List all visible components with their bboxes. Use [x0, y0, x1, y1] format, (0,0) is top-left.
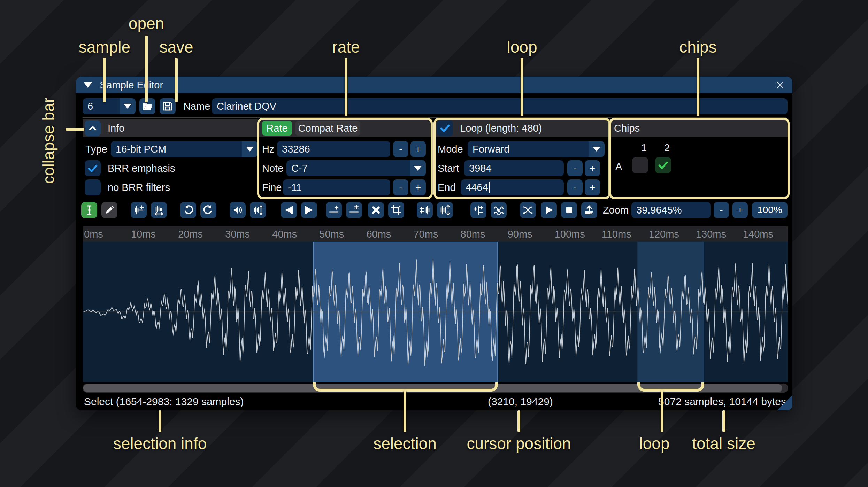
resize-grip[interactable]	[777, 395, 792, 410]
chevron-up-icon	[87, 123, 98, 134]
loop-start-plus-button[interactable]: +	[585, 160, 600, 176]
sample-slot-arrow[interactable]	[120, 98, 136, 114]
sign-offset-icon	[473, 204, 484, 216]
play-icon	[543, 204, 554, 216]
invert-icon	[439, 204, 451, 216]
redo-icon	[203, 204, 214, 216]
sign-offset-button[interactable]	[470, 202, 486, 218]
wave-stretch-button[interactable]	[151, 202, 167, 218]
delete-x-button[interactable]	[368, 202, 384, 218]
trim-crop-button[interactable]	[388, 202, 404, 218]
hz-minus-button[interactable]: -	[393, 141, 408, 157]
hz-value: 33286	[282, 144, 310, 155]
folder-open-icon	[142, 101, 153, 112]
note-select[interactable]: C-7	[286, 160, 426, 176]
zoom-plus-button[interactable]: +	[732, 202, 748, 218]
chip-1-checkbox[interactable]	[632, 157, 648, 173]
name-value: Clarinet DQV	[217, 101, 276, 112]
status-bar: Select (1654-2983: 1329 samples) (3210, …	[76, 394, 792, 410]
undo-button[interactable]	[180, 202, 196, 218]
fade-out-button[interactable]	[301, 202, 317, 218]
filter-wave-button[interactable]	[491, 202, 507, 218]
fade-in-button[interactable]	[281, 202, 297, 218]
status-total-size: 5072 samples, 10144 bytes	[658, 396, 786, 408]
zoom-input[interactable]: 39.9645%	[631, 202, 711, 218]
fade-out-icon	[304, 204, 315, 216]
ruler-label: 120ms	[649, 229, 679, 240]
zoom-minus-button[interactable]: -	[714, 202, 729, 218]
ibeam-select-button[interactable]	[81, 202, 97, 218]
chips-col-2: 2	[664, 140, 670, 156]
fine-value: -11	[288, 182, 302, 193]
silence-plus-button[interactable]	[326, 202, 342, 218]
wave-fit-button[interactable]	[250, 202, 266, 218]
rate-tab[interactable]: Rate	[262, 121, 292, 136]
zoom-label: Zoom	[603, 202, 629, 218]
fine-minus-button[interactable]: -	[393, 179, 408, 195]
wave-plus-button[interactable]	[131, 202, 147, 218]
annotation-line-collapse-bar	[66, 128, 84, 131]
window-collapse-icon[interactable]	[84, 82, 92, 88]
waveform-area	[83, 242, 788, 382]
redo-button[interactable]	[200, 202, 216, 218]
loop-checkbox[interactable]	[437, 120, 453, 136]
waveform-canvas[interactable]	[83, 242, 788, 382]
chips-panel: Chips 1 2 A	[610, 119, 789, 198]
loop-end-minus-button[interactable]: -	[567, 179, 583, 195]
text-caret	[489, 182, 490, 193]
annotation-total-size: total size	[692, 434, 755, 453]
name-input[interactable]: Clarinet DQV	[212, 98, 788, 114]
loop-start-value: 3984	[469, 163, 492, 174]
loop-header: Loop (length: 480)	[435, 119, 610, 137]
hz-plus-button[interactable]: +	[410, 141, 426, 157]
brr-emphasis-checkbox[interactable]	[85, 160, 101, 176]
annotation-line-total-size	[722, 410, 725, 432]
loop-mode-select[interactable]: Forward	[468, 141, 605, 157]
stop-button[interactable]	[561, 202, 577, 218]
annotation-line-loop	[521, 58, 523, 116]
window-titlebar[interactable]: Sample Editor	[76, 77, 792, 93]
loop-start-minus-button[interactable]: -	[567, 160, 583, 176]
zoom-reset-button[interactable]: 100%	[752, 202, 788, 218]
fine-plus-button[interactable]: +	[410, 179, 426, 195]
chip-2-checkbox[interactable]	[655, 157, 671, 173]
export-button[interactable]	[581, 202, 597, 218]
loop-start-input[interactable]: 3984	[464, 160, 564, 176]
loop-end-input[interactable]: 4464	[461, 179, 564, 195]
loop-title: Loop (length: 480)	[460, 120, 542, 136]
check-icon	[87, 162, 99, 174]
play-button[interactable]	[541, 202, 557, 218]
fine-input[interactable]: -11	[283, 179, 390, 195]
reverse-button[interactable]	[417, 202, 433, 218]
volume-button[interactable]	[230, 202, 246, 218]
close-button[interactable]	[774, 79, 786, 91]
note-value: C-7	[291, 163, 308, 174]
pencil-draw-button[interactable]	[101, 202, 117, 218]
crossfade-button[interactable]	[520, 202, 536, 218]
ruler-label: 140ms	[743, 229, 773, 240]
save-button[interactable]	[160, 98, 176, 114]
compat-rate-tab[interactable]: Compat Rate	[295, 121, 360, 136]
invert-button[interactable]	[437, 202, 453, 218]
delete-x-icon	[370, 204, 382, 216]
loop-end-plus-button[interactable]: +	[585, 179, 600, 195]
check-icon	[439, 122, 451, 134]
no-brr-filters-checkbox[interactable]	[85, 179, 101, 195]
note-select-arrow[interactable]	[410, 160, 426, 176]
ruler-label: 40ms	[272, 229, 297, 240]
ruler[interactable]: 0ms10ms20ms30ms40ms50ms60ms70ms80ms90ms1…	[83, 226, 788, 242]
sample-slot-select[interactable]: 6	[83, 98, 136, 114]
hz-input[interactable]: 33286	[277, 141, 390, 157]
type-select-arrow[interactable]	[242, 141, 258, 157]
brr-emphasis-label: BRR emphasis	[108, 160, 175, 176]
filter-wave-icon	[493, 204, 504, 216]
annotation-loop-bottom: loop	[639, 434, 670, 453]
silence-apply-button[interactable]	[346, 202, 362, 218]
type-select[interactable]: 16-bit PCM	[111, 141, 258, 157]
loop-mode-arrow[interactable]	[589, 141, 605, 157]
info-collapse-button[interactable]	[85, 120, 101, 136]
name-label: Name	[183, 98, 210, 114]
info-panel: Info Type 16-bit PCM BRR emphasis no BRR…	[83, 119, 258, 198]
status-selection-info: Select (1654-2983: 1329 samples)	[84, 396, 244, 408]
undo-icon	[183, 204, 194, 216]
